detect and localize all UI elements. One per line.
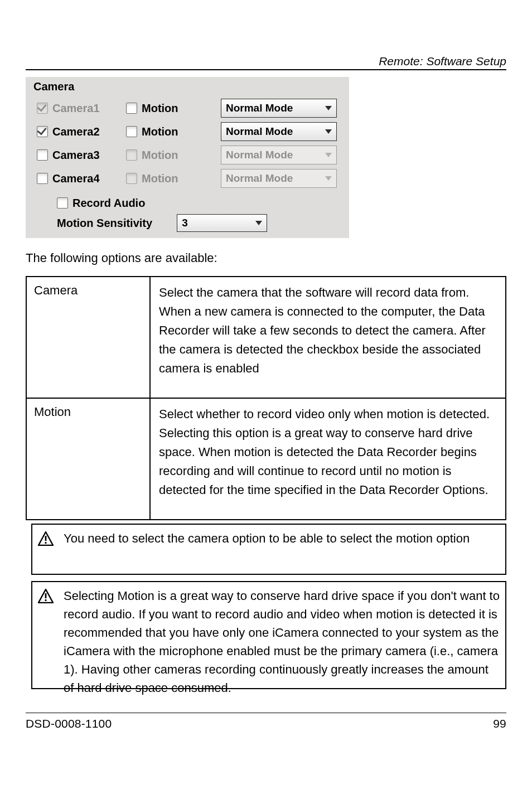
motion-label: Motion: [142, 172, 178, 185]
motion-label: Motion: [142, 102, 178, 115]
record-audio-checkbox[interactable]: [57, 197, 68, 209]
notice-box: Selecting Motion is a great way to conse…: [31, 581, 506, 689]
motion-checkbox: [126, 173, 137, 184]
chevron-down-icon: [325, 106, 332, 110]
mode-select-value: Normal Mode: [226, 102, 293, 114]
mode-select-value: Normal Mode: [226, 172, 293, 185]
camera-row: Camera2MotionNormal Mode: [32, 120, 349, 143]
panel-title: Camera: [33, 80, 349, 93]
footer-doc-id: DSD-0008-1100: [26, 717, 112, 730]
options-table: Camera Select the camera that the softwa…: [26, 276, 506, 520]
option-desc: Select whether to record video only when…: [151, 399, 505, 505]
svg-rect-1: [45, 536, 47, 541]
camera-checkbox: [37, 103, 48, 114]
options-intro: The following options are available:: [26, 251, 217, 265]
camera-row: Camera4MotionNormal Mode: [32, 167, 349, 190]
notice-text: You need to select the camera option to …: [64, 529, 470, 569]
camera-row: Camera3MotionNormal Mode: [32, 143, 349, 167]
motion-sensitivity-value: 3: [182, 217, 188, 229]
top-rule: [26, 69, 506, 70]
header-chapter-title: Remote: Software Setup: [379, 55, 506, 68]
motion-checkbox[interactable]: [126, 103, 137, 114]
table-row: Camera Select the camera that the softwa…: [26, 277, 506, 398]
motion-checkbox[interactable]: [126, 126, 137, 137]
camera-row: Camera1MotionNormal Mode: [32, 96, 349, 120]
motion-sensitivity-select[interactable]: 3: [177, 214, 267, 232]
mode-select: Normal Mode: [221, 146, 337, 164]
option-name: Camera: [27, 278, 149, 303]
mode-select[interactable]: Normal Mode: [221, 122, 337, 141]
record-audio-label: Record Audio: [72, 197, 145, 210]
chevron-down-icon: [325, 176, 332, 181]
motion-sensitivity-label: Motion Sensitivity: [57, 217, 152, 230]
camera-label: Camera2: [52, 125, 100, 138]
svg-rect-5: [45, 599, 47, 601]
warning-icon: [38, 589, 54, 603]
footer-page-number: 99: [493, 717, 506, 730]
svg-rect-4: [45, 593, 47, 598]
camera-checkbox[interactable]: [37, 173, 48, 184]
camera-label: Camera3: [52, 149, 100, 162]
chevron-down-icon: [255, 221, 262, 225]
svg-rect-2: [45, 542, 47, 544]
mode-select: Normal Mode: [221, 169, 337, 188]
camera-checkbox[interactable]: [37, 126, 48, 137]
page-footer: DSD-0008-1100 99: [0, 717, 532, 730]
bottom-rule: [26, 713, 506, 713]
notice-text: Selecting Motion is a great way to conse…: [64, 587, 500, 684]
camera-settings-panel: Camera Camera1MotionNormal ModeCamera2Mo…: [26, 77, 349, 238]
notice-box: You need to select the camera option to …: [31, 524, 506, 575]
camera-checkbox[interactable]: [37, 149, 48, 161]
camera-label: Camera1: [52, 102, 100, 115]
motion-checkbox: [126, 149, 137, 161]
mode-select-value: Normal Mode: [226, 125, 293, 138]
camera-label: Camera4: [52, 172, 100, 185]
motion-label: Motion: [142, 149, 178, 162]
option-name: Motion: [27, 399, 149, 425]
chevron-down-icon: [325, 129, 332, 134]
motion-label: Motion: [142, 125, 178, 138]
mode-select-value: Normal Mode: [226, 149, 293, 161]
chevron-down-icon: [325, 153, 332, 157]
table-row: Motion Select whether to record video on…: [26, 398, 506, 520]
option-desc: Select the camera that the software will…: [151, 278, 505, 384]
mode-select[interactable]: Normal Mode: [221, 99, 337, 118]
warning-icon: [38, 531, 54, 546]
